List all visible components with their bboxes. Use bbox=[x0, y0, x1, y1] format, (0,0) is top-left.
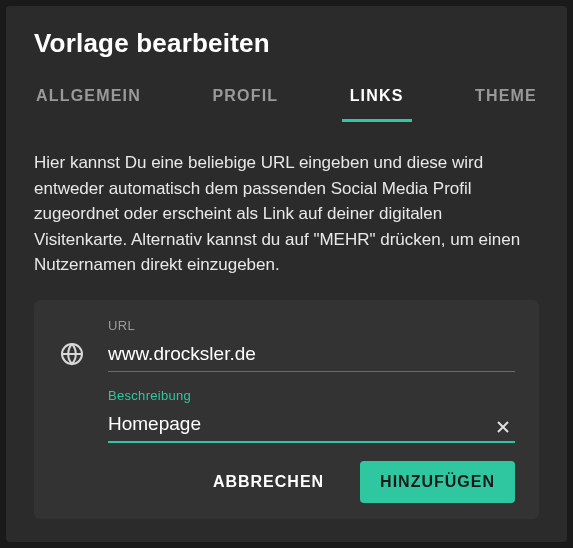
tab-description: Hier kannst Du eine beliebige URL eingeb… bbox=[6, 150, 567, 300]
description-field-wrapper: Beschreibung bbox=[108, 388, 515, 443]
tab-links[interactable]: LINKS bbox=[342, 77, 412, 122]
url-input[interactable] bbox=[108, 339, 515, 372]
close-icon[interactable] bbox=[493, 417, 513, 437]
description-label: Beschreibung bbox=[108, 388, 515, 403]
globe-icon bbox=[58, 342, 86, 372]
url-row: URL bbox=[58, 318, 515, 372]
edit-template-dialog: Vorlage bearbeiten ALLGEMEIN PROFIL LINK… bbox=[6, 6, 567, 542]
description-row: Beschreibung bbox=[58, 388, 515, 443]
tab-theme[interactable]: THEME bbox=[467, 77, 545, 122]
description-input[interactable] bbox=[108, 409, 515, 443]
cancel-button[interactable]: ABBRECHEN bbox=[193, 461, 344, 503]
dialog-title: Vorlage bearbeiten bbox=[6, 28, 567, 77]
url-field-wrapper: URL bbox=[108, 318, 515, 372]
add-button[interactable]: HINZUFÜGEN bbox=[360, 461, 515, 503]
tab-allgemein[interactable]: ALLGEMEIN bbox=[28, 77, 149, 122]
url-label: URL bbox=[108, 318, 515, 333]
tab-bar: ALLGEMEIN PROFIL LINKS THEME bbox=[6, 77, 567, 122]
description-icon-slot bbox=[58, 437, 86, 443]
tab-profil[interactable]: PROFIL bbox=[204, 77, 286, 122]
action-row: ABBRECHEN HINZUFÜGEN bbox=[58, 461, 515, 503]
link-form-card: URL Beschreibung ABBRECHEN HINZUFÜGEN bbox=[34, 300, 539, 519]
